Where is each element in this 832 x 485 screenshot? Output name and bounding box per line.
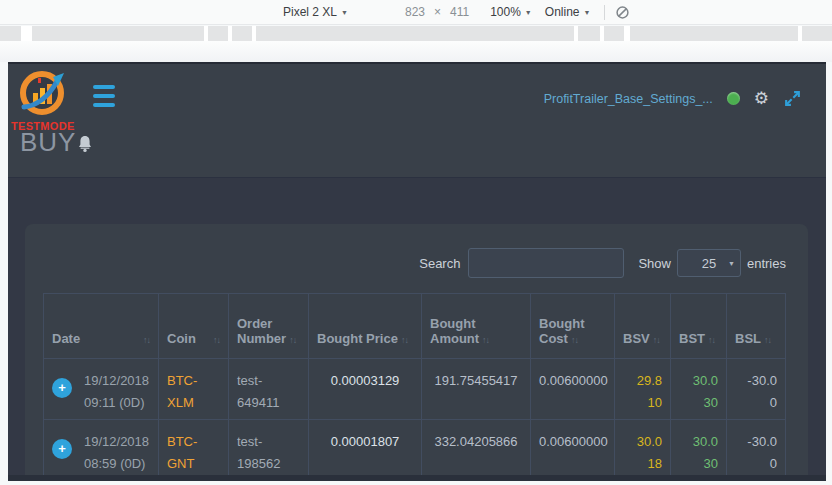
column-label: BSV [623, 331, 650, 346]
dimension-separator: × [434, 5, 441, 19]
sort-icon[interactable]: ↑↓ [289, 335, 296, 345]
device-select[interactable]: Pixel 2 XL ▼ [283, 5, 348, 19]
column-header-date[interactable]: Date↑↓ [44, 294, 159, 359]
bsl-value: -30.00 [747, 431, 777, 475]
column-header-amount[interactable]: Bought Amount↑↓ [422, 294, 531, 359]
entries-label: entries [747, 256, 786, 271]
rotate-device-icon[interactable] [615, 5, 630, 20]
column-label: Bought Price [317, 331, 398, 346]
cell-bst: 30.030 [671, 420, 727, 481]
column-header-bsl[interactable]: BSL↑↓ [727, 294, 786, 359]
strip-segment [256, 26, 574, 41]
profittrailer-logo-icon[interactable] [18, 69, 66, 117]
cell-coin: BTC-GNT [159, 420, 229, 481]
sort-icon[interactable]: ↑↓ [401, 335, 408, 345]
sort-icon[interactable]: ↑↓ [708, 335, 715, 345]
cell-date: +19/12/2018 08:59 (0D) [44, 420, 159, 481]
page-title: BUY [20, 127, 76, 158]
sort-icon[interactable]: ↑↓ [653, 335, 660, 345]
menu-icon[interactable] [93, 85, 115, 112]
strip-segment [208, 26, 228, 41]
viewport-height-field[interactable]: 411 [450, 5, 469, 19]
bsv-value: 29.810 [632, 370, 662, 414]
table-row: +19/12/2018 08:59 (0D)BTC-GNTtest-198562… [44, 420, 786, 481]
bsl-value: -30.00 [747, 370, 777, 414]
strip-segment [232, 26, 252, 41]
strip-segment [802, 26, 832, 41]
date-text: 19/12/2018 08:59 (0D) [84, 431, 150, 475]
cell-order: test-198562 [229, 420, 309, 481]
cell-bsv: 29.810 [615, 359, 671, 420]
bst-value: 30.030 [688, 431, 718, 475]
settings-gear-icon[interactable]: ⚙ [754, 90, 769, 107]
amount-value: 332.04205866 [434, 434, 517, 449]
strip-segment [578, 26, 600, 41]
settings-profile-link[interactable]: ProfitTrailer_Base_Settings_... [544, 92, 713, 106]
column-label: BSL [735, 331, 761, 346]
table-row: +19/12/2018 09:11 (0D)BTC-XLMtest-649411… [44, 359, 786, 420]
profittrailer-app: TESTMODE BUY ProfitTrailer_Base_Settings… [8, 62, 826, 481]
zoom-select[interactable]: 100% ▼ [490, 5, 532, 19]
sort-icon[interactable]: ↑↓ [571, 335, 578, 345]
sort-icon[interactable]: ↑↓ [143, 335, 150, 345]
column-header-coin[interactable]: Coin↑↓ [159, 294, 229, 359]
column-label: Coin [167, 331, 196, 346]
cell-bst: 30.030 [671, 359, 727, 420]
strip-segment [604, 26, 624, 41]
expand-row-button[interactable]: + [52, 439, 72, 459]
app-header: TESTMODE BUY ProfitTrailer_Base_Settings… [8, 64, 826, 178]
column-header-order[interactable]: Order Number↑↓ [229, 294, 309, 359]
column-header-cost[interactable]: Bought Cost↑↓ [531, 294, 615, 359]
cell-amount: 191.75455417 [422, 359, 531, 420]
table-body: +19/12/2018 09:11 (0D)BTC-XLMtest-649411… [44, 359, 786, 481]
sort-icon[interactable]: ↑↓ [213, 335, 220, 345]
strip-segment [32, 26, 204, 41]
buy-log-panel: Search Show 25 ▼ entries Date↑↓Coin↑↓Ord… [25, 224, 808, 481]
cell-cost: 0.00600000 [531, 359, 615, 420]
caret-down-icon: ▼ [525, 9, 532, 16]
toolbar-divider [604, 5, 605, 20]
cell-date: +19/12/2018 09:11 (0D) [44, 359, 159, 420]
search-label: Search [419, 256, 460, 271]
viewport-width-field[interactable]: 823 [405, 5, 425, 19]
caret-down-icon: ▼ [341, 9, 348, 16]
date-text: 19/12/2018 09:11 (0D) [84, 370, 150, 414]
network-throttle-label: Online [545, 5, 580, 19]
cell-price: 0.00001807 [309, 420, 422, 481]
cell-order: test-649411 [229, 359, 309, 420]
cell-bsv: 30.018 [615, 420, 671, 481]
fullscreen-icon[interactable] [783, 89, 802, 108]
page-gap [0, 41, 832, 62]
table-header-row: Date↑↓Coin↑↓Order Number↑↓Bought Price↑↓… [44, 294, 786, 359]
bsv-value: 30.018 [632, 431, 662, 475]
column-header-bsv[interactable]: BSV↑↓ [615, 294, 671, 359]
network-throttle-select[interactable]: Online ▼ [545, 5, 591, 19]
caret-down-icon: ▼ [728, 260, 735, 267]
column-label: BST [679, 331, 705, 346]
connection-status-indicator [727, 92, 740, 105]
strip-segment [0, 26, 21, 41]
device-select-label: Pixel 2 XL [283, 5, 337, 19]
page-top-strip [0, 26, 832, 41]
header-right-cluster: ProfitTrailer_Base_Settings_... ⚙ [544, 89, 802, 108]
strip-segment [630, 26, 798, 41]
column-header-bst[interactable]: BST↑↓ [671, 294, 727, 359]
search-input[interactable] [468, 248, 624, 278]
page-size-select[interactable]: 25 ▼ [677, 249, 741, 277]
order-value: test-198562 [237, 431, 295, 475]
device-toolbar-group: Pixel 2 XL ▼ 823 × 411 100% ▼ Online ▼ [283, 0, 630, 24]
devtools-device-toolbar: Pixel 2 XL ▼ 823 × 411 100% ▼ Online ▼ [0, 0, 832, 25]
cell-price: 0.00003129 [309, 359, 422, 420]
cell-coin: BTC-XLM [159, 359, 229, 420]
sort-icon[interactable]: ↑↓ [764, 335, 771, 345]
column-label: Date [52, 331, 80, 346]
show-label: Show [638, 256, 671, 271]
column-header-price[interactable]: Bought Price↑↓ [309, 294, 422, 359]
expand-row-button[interactable]: + [52, 378, 72, 398]
bst-value: 30.030 [688, 370, 718, 414]
notifications-bell-icon[interactable] [76, 134, 94, 157]
screenshot-root: Pixel 2 XL ▼ 823 × 411 100% ▼ Online ▼ [0, 0, 832, 485]
sort-icon[interactable]: ↑↓ [482, 335, 489, 345]
cell-bsl: -30.00 [727, 359, 786, 420]
coin-value: BTC-GNT [167, 431, 209, 475]
